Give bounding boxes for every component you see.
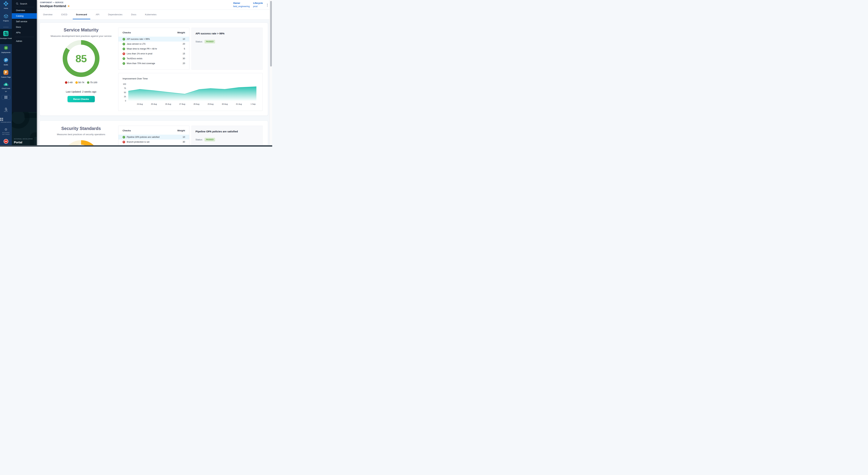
chart-title: Improvement Over Time — [123, 77, 148, 80]
rail-item-cloud-costs[interactable]: $ Cloud Costs — [0, 82, 12, 89]
sidebar-search[interactable]: Search — [12, 1, 37, 6]
divider — [14, 37, 34, 37]
y-axis-tick: 0 — [120, 100, 126, 102]
check-row[interactable]: ✓API success rate > 99%10 — [118, 37, 189, 41]
y-axis-tick: 50 — [120, 91, 126, 93]
scrollbar-thumb[interactable] — [270, 1, 272, 66]
rail-label: Builds — [0, 64, 12, 66]
rail-label: Home — [0, 7, 12, 9]
rail-item-builds[interactable]: Builds — [0, 58, 12, 66]
check-weight: 10 — [183, 38, 185, 40]
scorecard-subtitle: Measures best practices of security oper… — [42, 133, 120, 136]
sidebar-item-overview[interactable]: Overview — [12, 8, 37, 13]
module-rail: Home Projects Developer Portal ∞ Deploym… — [0, 0, 12, 147]
checks-column-header: Checks — [123, 31, 131, 34]
rail-label: Developer Portal — [0, 37, 12, 39]
tab-dependencies[interactable]: Dependencies — [105, 10, 126, 19]
tab-scorecard[interactable]: Scorecard — [73, 10, 90, 19]
checks-column-header: Checks — [123, 129, 131, 132]
rail-item-dashboards[interactable]: DASHBOARDS — [0, 118, 12, 123]
check-row[interactable]: ✓Mean time to merge PR < 48 hr5 — [118, 47, 189, 51]
rail-item-feature-flags[interactable]: Feature Flags — [0, 70, 12, 78]
check-detail-title: API success rate > 99% — [192, 28, 262, 35]
x-axis-tick: 1 Sep — [248, 103, 258, 105]
check-label: TechDocs exists — [127, 57, 183, 60]
tab-kubernetes[interactable]: Kubernetes — [142, 10, 160, 19]
x-axis-tick: 24 Aug — [134, 103, 145, 105]
tab-overview[interactable]: Overview — [40, 10, 56, 19]
chevron-down-icon — [5, 91, 7, 95]
rail-divider — [3, 27, 9, 27]
check-row[interactable]: ✕Branch protection is set30 — [118, 140, 189, 144]
user-avatar[interactable]: HM — [0, 139, 12, 144]
scrollbar[interactable] — [270, 0, 272, 147]
legend-item: 50-74 — [75, 81, 84, 84]
score-value: 85 — [63, 40, 99, 77]
check-fail-icon: ✕ — [123, 53, 125, 55]
rail-item-projects[interactable]: Projects — [0, 14, 12, 22]
legend-dot-icon — [87, 81, 89, 84]
check-row[interactable]: ✓Java version is LTS20 — [118, 41, 189, 47]
sidebar-item-self-service[interactable]: Self service — [12, 19, 37, 24]
sidebar-item-admin[interactable]: Admin — [12, 38, 37, 44]
rerun-checks-button[interactable]: Rerun Checks — [67, 96, 95, 102]
tab-ci-cd[interactable]: CI/CD — [58, 10, 70, 19]
favorite-star-icon[interactable]: ★ — [67, 4, 70, 7]
scorecard-card-security-standards: Security Standards Measures best practic… — [39, 121, 268, 147]
window-bottom-bar — [0, 145, 272, 147]
rail-item-home[interactable]: Home — [0, 1, 12, 9]
check-pass-icon: ✓ — [123, 62, 125, 65]
grid-dots-icon — [4, 96, 7, 99]
last-updated: Last Updated: 2 weeks ago — [42, 90, 120, 93]
check-weight: 5 — [184, 48, 185, 50]
check-row[interactable]: ✓TechDocs exists30 — [118, 56, 189, 61]
rail-item-deployments[interactable]: ∞ Deployments — [0, 46, 12, 54]
check-row[interactable]: ✓More than 70% test coverage20 — [118, 61, 189, 66]
sidebar-item-docs[interactable]: Docs — [12, 24, 37, 30]
x-axis-tick: 31 Aug — [234, 103, 244, 105]
scorecard-content: Service Maturity Measures development be… — [37, 20, 270, 147]
infinity-hexagon-icon: ∞ — [4, 46, 8, 50]
y-axis-tick: 25 — [120, 95, 126, 98]
rail-item-developer-portal[interactable]: Developer Portal — [0, 29, 12, 44]
portal-sidebar: Search OverviewCatalogSelf serviceDocsAP… — [12, 0, 37, 147]
check-label: Less than 1% error in prod — [127, 53, 183, 55]
check-row[interactable]: ✓Pipeline OPA policies are satisfied10 — [118, 135, 189, 140]
score-gauge: 85 — [63, 40, 99, 77]
tab-api[interactable]: API — [92, 10, 102, 19]
check-row[interactable]: ✕Less than 1% error in prod15 — [118, 51, 189, 56]
rail-label: ACCOUNT SETTINGS — [0, 132, 12, 135]
lifecycle-meta: Lifecycle prod — [253, 2, 263, 8]
sidebar-item-apis[interactable]: APIs — [12, 30, 37, 35]
kebab-menu-icon[interactable] — [266, 3, 269, 7]
x-axis-tick: 25 Aug — [149, 103, 159, 105]
search-icon — [16, 2, 19, 5]
check-weight: 15 — [183, 53, 185, 55]
check-label: Java version is LTS — [127, 43, 183, 45]
status-badge: PASSED — [205, 40, 215, 43]
x-axis-tick: 27 Aug — [177, 103, 187, 105]
sliders-icon — [3, 31, 8, 36]
status-badge: PASSED — [205, 138, 215, 142]
gear-icon: ⚙ — [4, 128, 7, 131]
rail-label: DASHBOARDS — [0, 121, 12, 123]
check-weight: 10 — [183, 136, 185, 138]
x-axis-tick: 28 Aug — [191, 103, 202, 105]
check-weight: 20 — [183, 62, 185, 65]
portal-branding: INTERNAL DEVELOPER Portal — [12, 112, 37, 147]
check-pass-icon: ✓ — [123, 57, 125, 60]
scorecard-subtitle: Measures development best practices agai… — [42, 35, 120, 37]
owner-link[interactable]: field_engineering — [233, 5, 250, 8]
sidebar-item-catalog[interactable]: Catalog — [12, 13, 37, 19]
rail-item-account-settings[interactable]: ⚙ ACCOUNT SETTINGS — [0, 128, 12, 135]
entity-header: COMPONENT — SERVICE boutique-frontend★ O… — [37, 0, 270, 10]
check-label: Mean time to merge PR < 48 hr — [127, 48, 184, 50]
rail-item-help[interactable]: ? HELP — [0, 107, 12, 112]
improvement-chart: Improvement Over Time 0255075100 24 Aug2… — [118, 73, 262, 111]
tab-docs[interactable]: Docs — [128, 10, 140, 19]
check-pass-icon: ✓ — [123, 48, 125, 50]
check-label: Pipeline OPA policies are satisfied — [127, 136, 183, 138]
module-picker-button[interactable] — [0, 95, 12, 99]
brand-eyebrow: INTERNAL DEVELOPER — [14, 138, 33, 140]
checks-table: Checks Weight ✓Pipeline OPA policies are… — [118, 126, 189, 147]
